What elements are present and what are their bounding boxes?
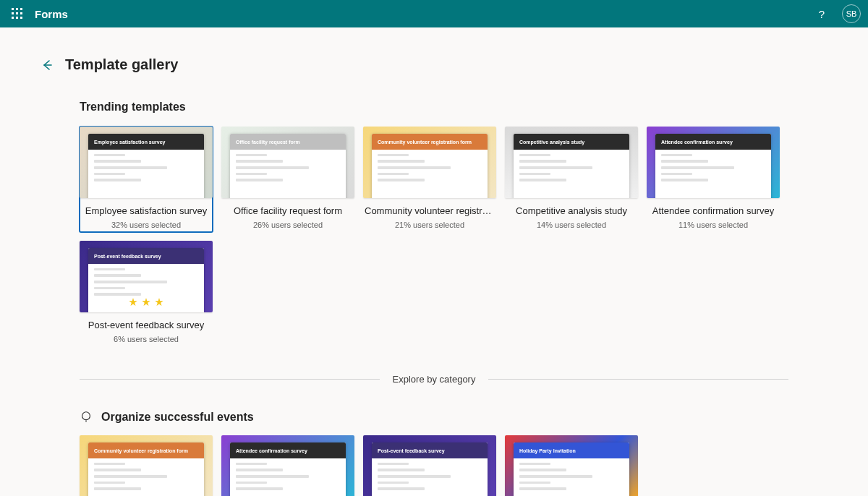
arrow-left-icon — [41, 59, 53, 71]
template-thumbnail: Post-event feedback survey — [80, 241, 213, 312]
template-thumb-title: Community volunteer registration form — [372, 134, 488, 150]
svg-rect-1 — [16, 8, 18, 10]
template-thumbnail: Attendee confirmation survey — [647, 127, 780, 198]
help-icon: ? — [819, 8, 825, 20]
user-avatar[interactable]: SB — [842, 4, 861, 23]
svg-rect-8 — [20, 17, 22, 19]
template-thumbnail: Competitive analysis study — [505, 127, 638, 198]
template-card-subtitle: 32% users selected — [80, 221, 213, 229]
template-thumbnail: Community volunteer registration form — [80, 435, 213, 496]
template-card[interactable]: Competitive analysis studyCompetitive an… — [505, 127, 638, 232]
template-card[interactable]: Community volunteer registration formCom… — [363, 127, 496, 232]
template-thumbnail: Employee satisfaction survey — [80, 127, 213, 198]
svg-rect-7 — [16, 17, 18, 19]
user-initials: SB — [846, 9, 857, 18]
template-thumb-title: Office facility request form — [230, 134, 346, 150]
template-thumbnail: Office facility request form — [221, 127, 354, 198]
template-thumbnail: Community volunteer registration form — [363, 127, 496, 198]
template-card-title: Employee satisfaction survey — [80, 205, 213, 216]
svg-rect-0 — [12, 8, 14, 10]
template-thumbnail: Attendee confirmation survey — [221, 435, 354, 496]
balloon-icon — [80, 411, 93, 424]
template-card-title: Competitive analysis study — [505, 205, 638, 216]
template-card[interactable]: Post-event feedback survey — [363, 435, 496, 496]
app-header: Forms ? SB — [0, 0, 868, 27]
template-thumb-title: Community volunteer registration form — [88, 442, 204, 458]
template-card-subtitle: 6% users selected — [80, 335, 213, 343]
template-thumb-title: Holiday Party Invitation — [514, 442, 629, 458]
template-card[interactable]: Holiday Party Invitation — [505, 435, 638, 496]
events-section-title: Organize successful events — [101, 411, 254, 424]
waffle-button[interactable] — [7, 4, 27, 24]
template-card-subtitle: 11% users selected — [647, 221, 780, 229]
trending-section-title: Trending templates — [80, 101, 788, 114]
template-card[interactable]: Attendee confirmation survey — [221, 435, 354, 496]
back-button[interactable] — [39, 57, 55, 73]
template-thumb-title: Competitive analysis study — [514, 134, 629, 150]
svg-rect-4 — [16, 12, 18, 14]
app-name: Forms — [35, 8, 68, 20]
help-button[interactable]: ? — [812, 4, 832, 24]
template-card-title: Post-event feedback survey — [80, 320, 213, 330]
template-card-subtitle: 14% users selected — [505, 221, 638, 229]
category-divider: Explore by category — [80, 374, 788, 385]
page-title: Template gallery — [65, 56, 178, 73]
template-card[interactable]: Community volunteer registration form — [80, 435, 213, 496]
events-grid: Community volunteer registration formAtt… — [80, 435, 788, 496]
trending-grid: Employee satisfaction surveyEmployee sat… — [80, 127, 788, 343]
divider-label: Explore by category — [393, 374, 476, 385]
template-card[interactable]: Attendee confirmation surveyAttendee con… — [647, 127, 780, 232]
svg-rect-3 — [12, 12, 14, 14]
template-thumbnail: Holiday Party Invitation — [505, 435, 638, 496]
template-card-subtitle: 26% users selected — [221, 221, 354, 229]
template-card-subtitle: 21% users selected — [363, 221, 496, 229]
svg-rect-5 — [20, 12, 22, 14]
template-card[interactable]: Post-event feedback surveyPost-event fee… — [80, 241, 213, 343]
waffle-icon — [12, 8, 23, 20]
template-thumb-title: Attendee confirmation survey — [655, 134, 771, 150]
template-card-title: Community volunteer registratio... — [363, 205, 496, 216]
svg-rect-2 — [20, 8, 22, 10]
template-thumb-title: Post-event feedback survey — [372, 442, 488, 458]
template-thumb-title: Post-event feedback survey — [88, 248, 204, 264]
template-thumb-title: Employee satisfaction survey — [88, 134, 204, 150]
template-thumb-title: Attendee confirmation survey — [230, 442, 346, 458]
svg-rect-6 — [12, 17, 14, 19]
template-card[interactable]: Office facility request formOffice facil… — [221, 127, 354, 232]
svg-point-10 — [82, 412, 90, 420]
template-card[interactable]: Employee satisfaction surveyEmployee sat… — [80, 127, 213, 232]
template-card-title: Office facility request form — [221, 205, 354, 216]
template-card-title: Attendee confirmation survey — [647, 205, 780, 216]
template-thumbnail: Post-event feedback survey — [363, 435, 496, 496]
